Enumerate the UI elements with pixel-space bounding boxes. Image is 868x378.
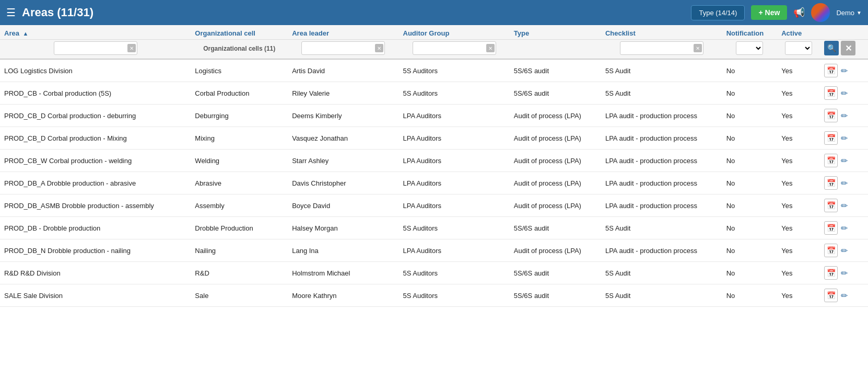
cell-0: SALE Sale Division [0, 284, 191, 307]
cell-1: Mixing [191, 127, 288, 150]
filter-active: Yes No [777, 40, 820, 60]
notification-filter-select[interactable]: Yes No [736, 41, 763, 55]
cell-4: Audit of process (LPA) [510, 172, 601, 194]
row-actions-cell: 📅 ✏ [820, 59, 868, 82]
edit-button[interactable]: ✏ [841, 223, 848, 233]
calendar-button[interactable]: 📅 [824, 199, 838, 212]
cell-0: LOG Logistics Division [0, 59, 191, 82]
menu-icon[interactable]: ☰ [6, 6, 16, 19]
table-row: SALE Sale DivisionSaleMoore Kathryn5S Au… [0, 284, 868, 307]
cell-1: Drobble Production [191, 217, 288, 239]
search-clear-button[interactable]: ✕ [841, 41, 855, 55]
calendar-button[interactable]: 📅 [824, 154, 838, 167]
edit-button[interactable]: ✏ [841, 111, 848, 121]
col-header-type: Type [510, 25, 601, 40]
cell-6: No [722, 82, 778, 105]
calendar-button[interactable]: 📅 [824, 176, 838, 190]
filter-area: ✕ [0, 40, 191, 60]
calendar-button[interactable]: 📅 [824, 289, 838, 302]
table-row: PROD_DB_ASMB Drobble production - assemb… [0, 194, 868, 217]
megaphone-icon[interactable]: 📢 [793, 7, 805, 18]
col-header-actions [820, 25, 868, 40]
cell-3: 5S Auditors [399, 262, 510, 284]
calendar-button[interactable]: 📅 [824, 266, 838, 280]
cell-6: No [722, 239, 778, 262]
edit-button[interactable]: ✏ [841, 156, 848, 166]
user-menu[interactable]: Demo ▼ [836, 9, 862, 17]
auditor-group-filter-clear[interactable]: ✕ [486, 44, 495, 52]
cell-3: 5S Auditors [399, 284, 510, 307]
edit-button[interactable]: ✏ [841, 88, 848, 98]
cell-6: No [722, 172, 778, 194]
cell-5: LPA audit - production process [601, 172, 722, 194]
edit-button[interactable]: ✏ [841, 291, 848, 301]
cell-0: PROD_CB - Corbal production (5S) [0, 82, 191, 105]
table-row: PROD_CB_D Corbal production - deburringD… [0, 105, 868, 127]
cell-0: PROD_DB_ASMB Drobble production - assemb… [0, 194, 191, 217]
edit-button[interactable]: ✏ [841, 66, 848, 76]
table-row: PROD_DB_N Drobble production - nailingNa… [0, 239, 868, 262]
cell-1: Deburrging [191, 105, 288, 127]
calendar-button[interactable]: 📅 [824, 244, 838, 257]
cell-2: Vasquez Jonathan [288, 127, 398, 150]
filter-row: ✕ Organizational cells (11) ✕ ✕ [0, 40, 868, 60]
cell-0: PROD_DB - Drobble production [0, 217, 191, 239]
table-row: PROD_CB - Corbal production (5S)Corbal P… [0, 82, 868, 105]
calendar-button[interactable]: 📅 [824, 131, 838, 145]
cell-7: Yes [777, 217, 820, 239]
cell-1: Nailing [191, 239, 288, 262]
cell-7: Yes [777, 127, 820, 150]
edit-button[interactable]: ✏ [841, 201, 848, 211]
cell-2: Lang Ina [288, 239, 398, 262]
cell-1: Abrasive [191, 172, 288, 194]
cell-4: Audit of process (LPA) [510, 127, 601, 150]
table-row: PROD_CB_W Corbal production - weldingWel… [0, 150, 868, 172]
edit-button[interactable]: ✏ [841, 268, 848, 278]
col-header-notification: Notification [722, 25, 778, 40]
edit-button[interactable]: ✏ [841, 246, 848, 256]
calendar-button[interactable]: 📅 [824, 86, 838, 100]
area-leader-filter-input[interactable] [301, 41, 385, 55]
calendar-button[interactable]: 📅 [824, 64, 838, 77]
new-button[interactable]: + New [751, 5, 787, 20]
calendar-button[interactable]: 📅 [824, 109, 838, 122]
row-actions-cell: 📅 ✏ [820, 239, 868, 262]
area-filter-clear[interactable]: ✕ [127, 44, 136, 52]
area-filter-input[interactable] [54, 41, 137, 55]
cell-4: 5S/6S audit [510, 262, 601, 284]
edit-button[interactable]: ✏ [841, 178, 848, 188]
row-actions-cell: 📅 ✏ [820, 217, 868, 239]
cell-2: Moore Kathryn [288, 284, 398, 307]
filter-area-leader: ✕ [288, 40, 398, 60]
row-actions-cell: 📅 ✏ [820, 262, 868, 284]
cell-3: LPA Auditors [399, 194, 510, 217]
auditor-group-filter-input[interactable] [413, 41, 496, 55]
cell-1: R&D [191, 262, 288, 284]
edit-button[interactable]: ✏ [841, 133, 848, 143]
user-label: Demo [836, 9, 854, 17]
cell-3: 5S Auditors [399, 217, 510, 239]
row-actions-cell: 📅 ✏ [820, 127, 868, 150]
calendar-button[interactable]: 📅 [824, 221, 838, 235]
type-filter-button[interactable]: Type (14/14) [691, 5, 745, 20]
cell-6: No [722, 262, 778, 284]
col-header-area[interactable]: Area ▲ [0, 25, 191, 40]
row-actions-cell: 📅 ✏ [820, 194, 868, 217]
area-leader-filter-clear[interactable]: ✕ [375, 44, 383, 52]
cell-5: 5S Audit [601, 217, 722, 239]
app-header: ☰ Areas (11/31) Type (14/14) + New 📢 Dem… [0, 0, 868, 25]
search-button[interactable]: 🔍 [824, 41, 839, 55]
filter-notification: Yes No [722, 40, 778, 60]
checklist-filter-clear[interactable]: ✕ [694, 44, 702, 52]
cell-2: Davis Christopher [288, 172, 398, 194]
cell-4: Audit of process (LPA) [510, 105, 601, 127]
cell-6: No [722, 194, 778, 217]
chevron-down-icon: ▼ [857, 10, 862, 16]
cell-7: Yes [777, 194, 820, 217]
active-filter-select[interactable]: Yes No [785, 41, 812, 55]
cell-0: PROD_CB_W Corbal production - welding [0, 150, 191, 172]
filter-checklist: ✕ [601, 40, 722, 60]
cell-5: LPA audit - production process [601, 105, 722, 127]
checklist-filter-input[interactable] [620, 41, 703, 55]
col-header-org-cell: Organizational cell [191, 25, 288, 40]
